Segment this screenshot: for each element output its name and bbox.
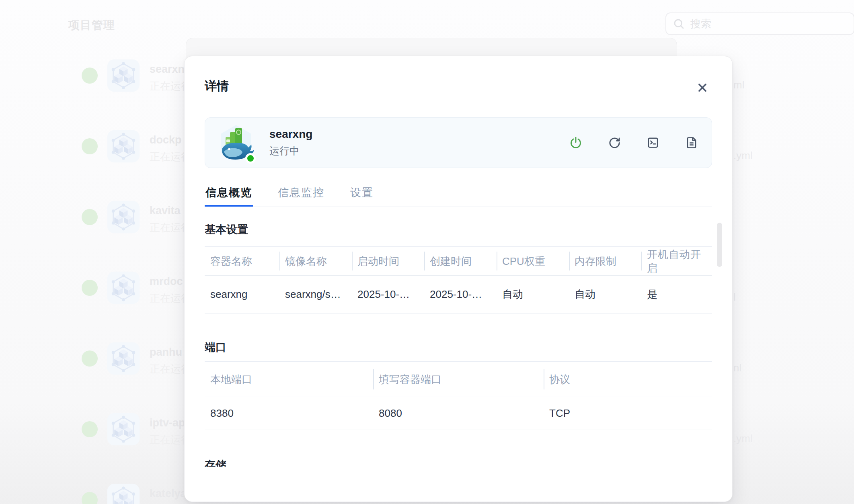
logs-button[interactable] [685, 136, 698, 149]
cell-protocol: TCP [544, 397, 712, 430]
tab-info-monitoring[interactable]: 信息监控 [277, 187, 325, 207]
running-status-dot [245, 153, 256, 164]
cell-image-name: searxng/s… [279, 276, 352, 313]
terminal-icon [647, 137, 659, 149]
project-name: dockp [150, 134, 182, 146]
refresh-icon [608, 137, 621, 149]
col-start-time: 启动时间 [352, 247, 424, 275]
search-input[interactable]: 搜索 [665, 12, 854, 35]
project-name: panhu [150, 346, 182, 359]
basic-table-header: 容器名称 镜像名称 启动时间 创建时间 CPU权重 内存限制 开机自动开启 [205, 247, 712, 276]
cell-auto-start: 是 [641, 276, 712, 313]
app-cube-icon [107, 200, 140, 234]
section-title-ports: 端口 [205, 342, 712, 353]
compose-file-fragment: nl [733, 362, 741, 374]
status-dot [82, 350, 98, 367]
col-container-name: 容器名称 [205, 247, 279, 275]
cell-start-time: 2025-10-… [352, 276, 424, 313]
power-icon [569, 136, 582, 149]
status-dot [82, 280, 98, 296]
cell-container-port: 8080 [373, 397, 544, 430]
app-cube-icon [107, 342, 140, 375]
app-summary-card: searxng 运行中 [205, 117, 712, 168]
app-cube-icon [107, 412, 140, 446]
compose-file-fragment: l [733, 291, 736, 303]
app-cube-icon [107, 129, 140, 163]
status-dot [82, 68, 98, 84]
search-icon [673, 18, 685, 30]
app-status-text: 运行中 [269, 144, 312, 158]
col-container-port: 填写容器端口 [373, 362, 544, 397]
cell-memory-limit: 自动 [569, 276, 641, 313]
section-title-basic-settings: 基本设置 [205, 224, 712, 235]
compose-file-fragment: .yml [733, 432, 753, 445]
tab-settings[interactable]: 设置 [349, 187, 374, 207]
app-name: searxng [269, 128, 312, 141]
cell-cpu-weight: 自动 [497, 276, 569, 313]
search-placeholder: 搜索 [690, 17, 711, 31]
terminal-button[interactable] [647, 136, 659, 149]
project-name: mrdoc [150, 275, 183, 288]
details-modal: 详情 searxng 运行中 信息概览 信息 [184, 56, 733, 502]
ports-table-row: 8380 8080 TCP [205, 397, 712, 430]
modal-title: 详情 [205, 78, 712, 94]
col-create-time: 创建时间 [424, 247, 497, 275]
document-icon [686, 137, 698, 149]
tab-info-overview[interactable]: 信息概览 [205, 187, 253, 207]
section-title-storage: 存储 [205, 459, 712, 467]
app-cube-icon [107, 271, 140, 305]
close-icon [697, 82, 708, 93]
tab-bar: 信息概览 信息监控 设置 [205, 187, 712, 207]
cell-local-port: 8380 [205, 397, 373, 430]
compose-file-fragment: .yml [733, 150, 753, 162]
status-dot [82, 421, 98, 437]
close-button[interactable] [694, 80, 710, 96]
project-name: katelya [150, 488, 187, 500]
app-cube-icon [107, 483, 140, 504]
col-local-port: 本地端口 [205, 362, 373, 397]
cell-create-time: 2025-10-… [424, 276, 497, 313]
project-name: iptv-ap [150, 417, 185, 429]
ports-table-header: 本地端口 填写容器端口 协议 [205, 362, 712, 397]
project-name: searxn [150, 63, 185, 76]
cell-container-name: searxng [205, 276, 279, 313]
col-auto-start: 开机自动开启 [641, 247, 712, 275]
compose-file-fragment: ml [733, 79, 744, 91]
modal-scroll-area[interactable]: 基本设置 容器名称 镜像名称 启动时间 创建时间 CPU权重 内存限制 开机自动… [205, 207, 712, 467]
app-cube-icon [107, 59, 140, 92]
status-dot [82, 209, 98, 225]
app-icon [216, 123, 256, 162]
col-memory-limit: 内存限制 [569, 247, 641, 275]
restart-button[interactable] [608, 136, 621, 149]
status-dot [82, 138, 98, 154]
col-cpu-weight: CPU权重 [497, 247, 569, 275]
status-dot [82, 492, 98, 504]
project-name: kavita [150, 205, 181, 217]
col-image-name: 镜像名称 [279, 247, 352, 275]
basic-table-row: searxng searxng/s… 2025-10-… 2025-10-… 自… [205, 276, 712, 313]
power-button[interactable] [569, 136, 582, 149]
scrollbar-thumb[interactable] [717, 223, 722, 267]
page-title: 项目管理 [68, 18, 115, 33]
col-protocol: 协议 [544, 362, 712, 397]
